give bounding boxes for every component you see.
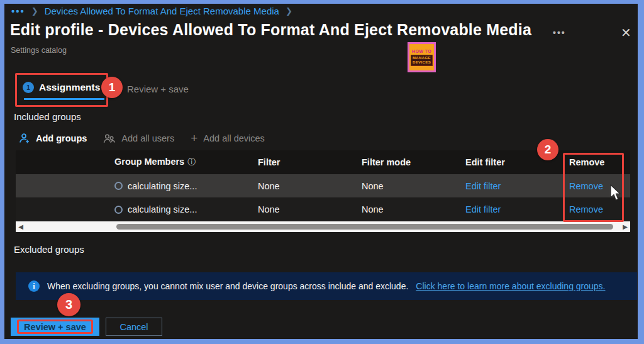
horizontal-scrollbar[interactable]: ◀ ▶	[16, 221, 630, 232]
add-all-devices-label: Add all devices	[203, 133, 265, 143]
group-member-name: calculating size...	[128, 181, 197, 191]
annotation-step-2: 2	[537, 139, 558, 160]
filter-value: None	[258, 204, 362, 214]
table-row[interactable]: calculating size... None None Edit filte…	[16, 198, 630, 221]
annotation-box-assignments	[15, 73, 108, 107]
htmd-logo: HOW TO MANAGE DEVICES	[408, 42, 436, 72]
edit-filter-link[interactable]: Edit filter	[465, 181, 569, 191]
excluded-groups-heading: Excluded groups	[14, 244, 84, 255]
close-icon[interactable]: ✕	[621, 25, 631, 40]
logo-text-mid: MANAGE	[413, 56, 431, 60]
scrollbar-thumb[interactable]	[116, 224, 613, 230]
groups-toolbar: Add groups Add all users + Add all devic…	[19, 133, 265, 143]
info-icon: i	[28, 280, 40, 292]
cancel-button[interactable]: Cancel	[106, 318, 162, 336]
cancel-label: Cancel	[119, 322, 148, 332]
plus-icon: +	[191, 134, 197, 143]
person-add-icon	[19, 133, 30, 143]
annotation-step-1: 1	[101, 77, 123, 98]
breadcrumb: ••• ❯ Devices Allowed To Format And Ejec…	[11, 6, 292, 16]
mouse-cursor-icon	[609, 184, 621, 204]
annotation-box-review-save	[17, 319, 93, 334]
window-frame: ••• ❯ Devices Allowed To Format And Ejec…	[0, 0, 644, 344]
included-groups-heading: Included groups	[14, 111, 81, 122]
edit-profile-pane: ••• ❯ Devices Allowed To Format And Ejec…	[4, 4, 638, 339]
chevron-right-icon: ❯	[286, 6, 292, 16]
page-title: Edit profile - Devices Allowed To Format…	[10, 21, 531, 39]
page-subtitle: Settings catalog	[11, 46, 67, 55]
scroll-left-icon[interactable]: ◀	[16, 221, 26, 232]
logo-text-box: MANAGE DEVICES	[411, 55, 433, 66]
table-row[interactable]: calculating size... None None Edit filte…	[16, 174, 630, 197]
filter-value: None	[258, 181, 362, 191]
add-all-users-button[interactable]: Add all users	[103, 133, 174, 143]
loading-spinner-icon	[114, 182, 123, 190]
breadcrumb-ellipsis-button[interactable]: •••	[11, 6, 25, 16]
tab-review-save[interactable]: Review + save	[127, 84, 189, 94]
info-banner: i When excluding groups, you cannot mix …	[16, 272, 637, 300]
info-icon[interactable]: ⓘ	[187, 157, 196, 167]
column-header-filter[interactable]: Filter	[258, 157, 362, 167]
group-member-cell: calculating size...	[114, 204, 258, 214]
people-icon	[103, 134, 116, 143]
review-save-button[interactable]: Review + save	[11, 318, 99, 336]
chevron-right-icon: ❯	[31, 6, 38, 16]
logo-text-bottom: DEVICES	[413, 60, 431, 65]
column-header-filter-mode[interactable]: Filter mode	[362, 157, 465, 167]
add-all-devices-button[interactable]: + Add all devices	[191, 133, 265, 143]
learn-more-link[interactable]: Click here to learn more about excluding…	[416, 281, 605, 291]
annotation-step-3: 3	[57, 293, 80, 316]
scroll-right-icon[interactable]: ▶	[620, 221, 630, 232]
more-options-button[interactable]: •••	[553, 28, 566, 38]
group-member-cell: calculating size...	[114, 181, 258, 191]
loading-spinner-icon	[114, 206, 123, 214]
column-header-group-members[interactable]: Group Membersⓘ	[114, 157, 258, 168]
group-member-name: calculating size...	[128, 204, 197, 214]
filter-mode-value: None	[362, 181, 465, 191]
column-header-edit-filter[interactable]: Edit filter	[465, 157, 569, 167]
filter-mode-value: None	[362, 204, 465, 214]
add-groups-button[interactable]: Add groups	[19, 133, 87, 143]
edit-filter-link[interactable]: Edit filter	[465, 204, 569, 214]
banner-text: When excluding groups, you cannot mix us…	[47, 281, 408, 291]
add-all-users-label: Add all users	[121, 133, 174, 143]
logo-text-top: HOW TO	[412, 49, 431, 53]
breadcrumb-item-profile[interactable]: Devices Allowed To Format And Eject Remo…	[45, 6, 279, 16]
add-groups-label: Add groups	[36, 133, 87, 143]
